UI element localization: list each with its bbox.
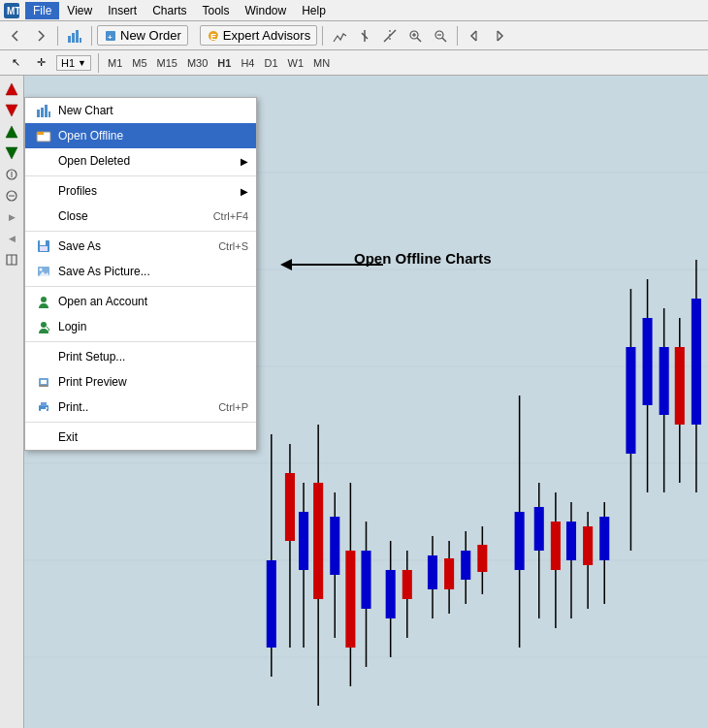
sep5	[98, 53, 99, 73]
period-dropdown-arrow: ▼	[78, 58, 86, 68]
separator2	[25, 231, 256, 232]
svg-rect-64	[566, 522, 576, 560]
menu-insert[interactable]: Insert	[100, 2, 145, 19]
scroll-left-btn[interactable]	[463, 24, 486, 47]
menu-item-print-setup[interactable]: Print Setup...	[25, 344, 256, 369]
sidebar-btn3[interactable]	[2, 122, 21, 142]
svg-rect-52	[361, 551, 370, 609]
menu-window[interactable]: Window	[238, 2, 295, 19]
tf-mn[interactable]: MN	[309, 56, 334, 70]
tf-m1[interactable]: M1	[104, 56, 126, 70]
save-picture-icon	[33, 263, 54, 280]
menu-item-close[interactable]: Close Ctrl+F4	[25, 204, 256, 229]
profiles-arrow: ▶	[241, 186, 248, 197]
period-selector[interactable]: H1 ▼	[56, 55, 91, 71]
print-setup-icon	[33, 348, 54, 365]
svg-rect-58	[515, 512, 525, 570]
menu-charts[interactable]: Charts	[145, 2, 194, 19]
svg-rect-95	[40, 246, 48, 251]
sidebar-btn4[interactable]	[2, 143, 21, 163]
menu-item-save-as-picture[interactable]: Save As Picture...	[25, 259, 256, 284]
print-preview-icon	[33, 373, 54, 391]
tf-h4[interactable]: H4	[237, 56, 258, 70]
svg-point-100	[41, 322, 47, 328]
left-sidebar: ▶ ◀	[0, 76, 24, 728]
app-icon: MT	[4, 3, 19, 18]
forward-btn[interactable]	[29, 24, 52, 47]
menu-item-login[interactable]: Login	[25, 314, 256, 339]
menu-view[interactable]: View	[59, 2, 100, 19]
sidebar-btn1[interactable]	[2, 79, 21, 99]
save-as-icon	[33, 237, 54, 255]
tf-m30[interactable]: M30	[183, 56, 211, 70]
menu-item-new-chart[interactable]: New Chart	[25, 98, 256, 123]
separator4	[25, 341, 256, 342]
sidebar-btn5[interactable]	[2, 165, 21, 184]
back-btn[interactable]	[4, 24, 27, 47]
menu-tools[interactable]: Tools	[195, 2, 238, 19]
open-deleted-icon	[33, 152, 54, 170]
sidebar-btn6[interactable]	[2, 186, 21, 206]
zoom-in-btn[interactable]	[403, 24, 427, 47]
open-account-label: Open an Account	[58, 295, 147, 308]
sidebar-btn7[interactable]: ▶	[2, 207, 21, 227]
tf-m5[interactable]: M5	[128, 56, 150, 70]
tf-m15[interactable]: M15	[153, 56, 181, 70]
new-chart-btn[interactable]	[63, 24, 86, 47]
expert-advisors-btn[interactable]: EA Expert Advisors	[200, 25, 317, 46]
menu-help[interactable]: Help	[294, 2, 334, 19]
menu-item-open-account[interactable]: Open an Account	[25, 289, 256, 314]
sidebar-btn9[interactable]	[2, 250, 21, 269]
chart-tool3[interactable]	[378, 24, 402, 47]
menu-item-save-as[interactable]: Save As Ctrl+S	[25, 234, 256, 259]
svg-rect-44	[299, 512, 308, 570]
close-icon	[33, 207, 54, 225]
svg-rect-105	[41, 402, 47, 406]
crosshair-tool[interactable]: ✛	[29, 51, 52, 75]
svg-rect-89	[45, 105, 48, 117]
login-label: Login	[58, 320, 86, 333]
print-label: Print..	[58, 400, 88, 414]
svg-rect-92	[37, 132, 44, 135]
zoom-out-btn[interactable]	[429, 24, 452, 47]
chart-tool2[interactable]	[353, 24, 376, 47]
menu-bar: MT File View Insert Charts Tools Window …	[0, 0, 708, 21]
new-order-icon: +	[104, 29, 117, 43]
tf-d1[interactable]: D1	[260, 56, 281, 70]
svg-rect-70	[626, 347, 635, 454]
expert-advisors-label: Expert Advisors	[223, 28, 310, 43]
svg-rect-84	[461, 551, 470, 580]
open-deleted-arrow: ▶	[241, 156, 248, 167]
tf-h1[interactable]: H1	[213, 56, 235, 70]
sidebar-btn8[interactable]: ◀	[2, 229, 21, 248]
profiles-label: Profiles	[58, 184, 97, 198]
menu-item-exit[interactable]: Exit	[25, 425, 256, 450]
scroll-right-btn[interactable]	[488, 24, 511, 47]
new-order-label: New Order	[120, 28, 181, 43]
exit-label: Exit	[58, 430, 78, 444]
svg-marker-25	[6, 126, 17, 138]
sidebar-btn2[interactable]	[2, 101, 21, 120]
menu-item-open-deleted[interactable]: Open Deleted ▶	[25, 148, 256, 174]
menu-item-print-preview[interactable]: Print Preview	[25, 369, 256, 395]
tf-w1[interactable]: W1	[284, 56, 308, 70]
chart-tool1[interactable]	[328, 24, 351, 47]
svg-rect-42	[285, 473, 295, 541]
save-as-shortcut: Ctrl+S	[218, 240, 248, 252]
menu-file[interactable]: File	[25, 2, 59, 19]
content-area: Open Offline Charts New Chart	[24, 76, 708, 728]
print-preview-label: Print Preview	[58, 375, 127, 389]
timeframe-toolbar: ↖ ✛ H1 ▼ M1 M5 M15 M30 H1 H4 D1 W1 MN	[0, 50, 708, 76]
menu-item-profiles[interactable]: Profiles ▶	[25, 178, 256, 204]
new-order-btn[interactable]: + New Order	[97, 25, 188, 46]
separator5	[25, 422, 256, 423]
profiles-icon	[33, 182, 54, 200]
svg-rect-106	[41, 409, 47, 412]
account-icon	[33, 293, 54, 310]
file-dropdown-menu: New Chart Open Offline Open Deleted ▶	[24, 97, 257, 451]
svg-point-107	[46, 407, 48, 409]
menu-item-open-offline[interactable]: Open Offline	[25, 123, 256, 148]
cursor-tool[interactable]: ↖	[4, 51, 27, 75]
menu-item-print[interactable]: Print.. Ctrl+P	[25, 395, 256, 420]
svg-text:EA: EA	[210, 32, 220, 42]
